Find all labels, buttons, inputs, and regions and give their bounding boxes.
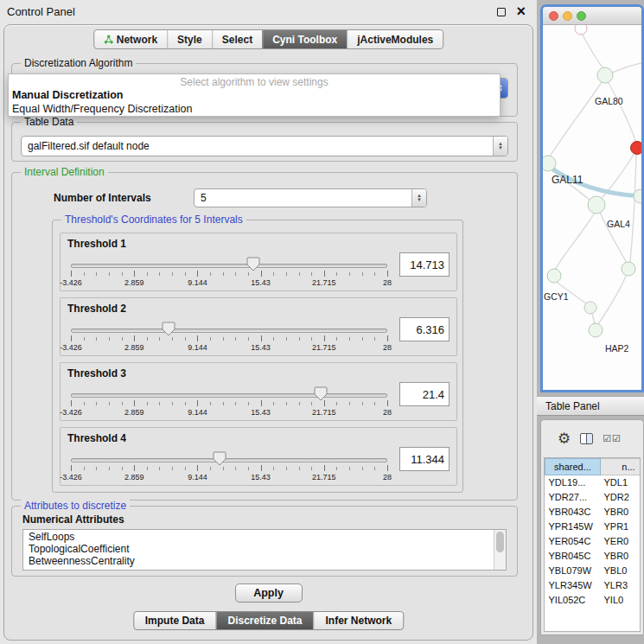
cell-shared-name[interactable]: YBL079W <box>545 564 601 578</box>
dropdown-prompt: Select algorithm to view settings <box>9 76 500 88</box>
zoom-traffic-light-icon[interactable] <box>577 11 586 21</box>
gear-icon[interactable]: ⚙ <box>558 431 571 446</box>
close-icon[interactable]: × <box>516 3 526 20</box>
top-tab-bar: Network Style Select Cyni Toolbox jActiv… <box>93 29 444 49</box>
dropdown-item-equal-width-frequency[interactable]: Equal Width/Frequency Discretization <box>9 102 500 116</box>
network-node[interactable] <box>622 262 635 276</box>
network-node-selected[interactable] <box>631 142 642 155</box>
slider-thumb[interactable] <box>213 451 226 466</box>
cell-name[interactable]: YLR3 <box>601 578 641 593</box>
table-panel-header[interactable]: Table Panel <box>537 396 644 416</box>
table-row[interactable]: YBL079WYBL0 <box>545 564 641 578</box>
cell-name[interactable]: YPR1 <box>601 520 641 534</box>
table-row[interactable]: YDR27...YDR2 <box>545 490 641 505</box>
cell-shared-name[interactable]: YPR145W <box>545 520 601 534</box>
tab-cyni-toolbox[interactable]: Cyni Toolbox <box>262 30 347 48</box>
table-row[interactable]: YPR145WYPR1 <box>545 520 641 534</box>
cell-name[interactable]: YBR0 <box>601 549 641 564</box>
cell-name[interactable]: YBR0 <box>601 505 641 520</box>
cell-shared-name[interactable]: YBR045C <box>545 549 601 564</box>
slider-major-tick <box>324 400 325 406</box>
slider-scale-label: 2.859 <box>124 408 144 417</box>
table-row[interactable]: YER054CYER0 <box>545 534 641 549</box>
threshold-value-field[interactable]: 6.316 <box>399 317 450 341</box>
network-node[interactable] <box>547 269 561 283</box>
slider-track[interactable] <box>71 458 387 462</box>
threshold-row-2: Threshold 2 -3.4262.8599.14415.4321.7152… <box>60 297 457 356</box>
slider-thumb[interactable] <box>246 257 260 271</box>
minimize-traffic-light-icon[interactable] <box>563 11 572 21</box>
number-of-intervals-combobox[interactable]: 5 ▲ ▼ <box>194 188 427 207</box>
stepper-down-icon: ▼ <box>498 146 503 150</box>
table-row[interactable]: YIL052CYIL0 <box>545 593 641 608</box>
cell-shared-name[interactable]: YDL19... <box>545 475 601 490</box>
slider-major-tick <box>387 465 388 471</box>
network-node[interactable] <box>589 323 603 337</box>
threshold-slider[interactable]: -3.4262.8599.14415.4321.71528 <box>71 450 387 485</box>
scrollbar-thumb[interactable] <box>496 532 504 552</box>
network-node[interactable] <box>543 156 556 171</box>
cell-shared-name[interactable]: YIL052C <box>545 593 601 608</box>
threshold-value-field[interactable]: 21.4 <box>399 382 450 406</box>
cell-shared-name[interactable]: YBR043C <box>545 505 601 520</box>
cell-shared-name[interactable]: YLR345W <box>545 578 601 593</box>
panel-body: Network Style Select Cyni Toolbox jActiv… <box>3 24 533 641</box>
network-node[interactable] <box>588 196 605 214</box>
slider-major-tick <box>324 271 325 277</box>
tab-style[interactable]: Style <box>167 30 212 48</box>
apply-button[interactable]: Apply <box>235 583 303 603</box>
cell-name[interactable]: YDL1 <box>601 475 641 490</box>
attribute-list-item[interactable]: SelfLoops <box>23 531 494 543</box>
cell-name[interactable]: YIL0 <box>601 593 641 608</box>
cell-name[interactable]: YER0 <box>601 534 641 549</box>
table-data-combobox[interactable]: galFiltered.sif default node ▲ ▼ <box>21 136 508 156</box>
slider-track[interactable] <box>71 264 387 268</box>
tab-jactivemodules[interactable]: jActiveModules <box>347 30 443 48</box>
table-row[interactable]: YDL19...YDL1 <box>545 475 641 490</box>
tab-network[interactable]: Network <box>94 30 167 48</box>
attribute-list-item[interactable]: TopologicalCoefficient <box>23 543 494 555</box>
table-row[interactable]: YBR045CYBR0 <box>545 549 641 564</box>
cell-shared-name[interactable]: YDR27... <box>545 490 601 505</box>
close-traffic-light-icon[interactable] <box>549 11 558 21</box>
interval-definition-group: Interval Definition Number of Intervals … <box>11 172 518 501</box>
columns-icon[interactable] <box>580 433 593 444</box>
table-row[interactable]: YBR043CYBR0 <box>545 505 641 520</box>
table-row[interactable]: YLR345WYLR3 <box>545 578 641 593</box>
slider-track[interactable] <box>71 393 387 398</box>
network-node[interactable] <box>597 67 613 83</box>
threshold-slider[interactable]: -3.4262.8599.14415.4321.71528 <box>71 386 387 420</box>
threshold-label: Threshold 2 <box>67 303 126 315</box>
network-node[interactable] <box>584 302 596 314</box>
slider-major-tick <box>71 400 72 406</box>
threshold-value-field[interactable]: 11.344 <box>399 447 450 471</box>
combobox-stepper-icon[interactable]: ▲ ▼ <box>493 137 507 156</box>
cell-name[interactable]: YBL0 <box>601 564 641 578</box>
threshold-label: Threshold 3 <box>67 367 126 379</box>
threshold-slider[interactable]: -3.4262.8599.14415.4321.71528 <box>71 256 387 290</box>
tab-infer-network[interactable]: Infer Network <box>314 612 404 629</box>
cell-name[interactable]: YDR2 <box>601 490 641 505</box>
select-columns-icon[interactable]: ☑☑ <box>603 433 622 444</box>
column-header-name[interactable]: n... <box>601 459 641 475</box>
dropdown-item-manual-discretization[interactable]: Manual Discretization <box>9 88 500 102</box>
tab-select[interactable]: Select <box>212 30 262 48</box>
tab-discretize-data[interactable]: Discretize Data <box>215 612 313 629</box>
combobox-stepper-icon[interactable]: ▲ ▼ <box>411 189 426 207</box>
column-header-shared-name[interactable]: shared... <box>545 459 601 475</box>
slider-thumb[interactable] <box>314 386 328 401</box>
threshold-value-field[interactable]: 14.713 <box>399 252 450 277</box>
slider-scale-label: 9.144 <box>188 473 207 481</box>
stepper-down-icon: ▼ <box>417 198 422 202</box>
threshold-slider[interactable]: -3.4262.8599.14415.4321.71528 <box>71 321 387 355</box>
slider-track[interactable] <box>71 328 387 333</box>
float-window-icon[interactable] <box>497 8 506 16</box>
network-canvas[interactable]: GAL80 GAL11 GAL4 GCY1 HAP2 <box>543 25 641 390</box>
network-node[interactable] <box>575 25 587 35</box>
cell-shared-name[interactable]: YER054C <box>545 534 601 549</box>
slider-thumb[interactable] <box>162 322 175 336</box>
attribute-list-item[interactable]: BetweennessCentrality <box>23 555 494 567</box>
list-scrollbar[interactable] <box>494 530 506 570</box>
numerical-attributes-list[interactable]: SelfLoopsTopologicalCoefficientBetweenne… <box>22 529 507 571</box>
tab-impute-data[interactable]: Impute Data <box>134 612 216 629</box>
